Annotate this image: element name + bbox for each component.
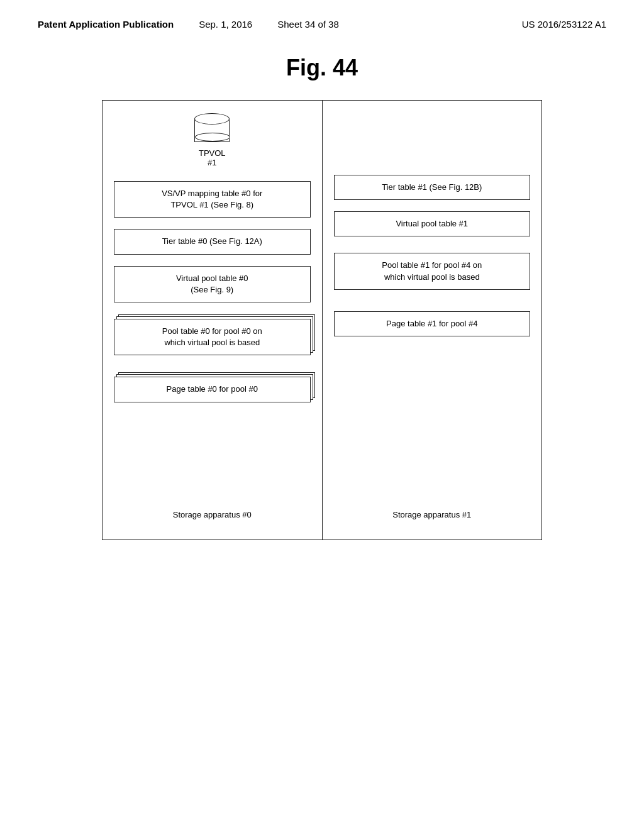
left-column: TPVOL #1 VS/VP mapping table #0 for TPVO… xyxy=(103,101,323,540)
tier-table-1-box: Tier table #1 (See Fig. 12B) xyxy=(334,175,531,200)
figure-title: Fig. 44 xyxy=(0,55,644,81)
virtual-pool-table-1-box: Virtual pool table #1 xyxy=(334,211,531,236)
pool-table-front: Pool table #0 for pool #0 on which virtu… xyxy=(114,319,311,355)
publication-label: Patent Application Publication xyxy=(38,19,174,30)
patent-number: US 2016/253122 A1 xyxy=(522,19,606,30)
page-table-stacked: Page table #0 for pool #0 xyxy=(114,377,311,402)
tpvol-cylinder xyxy=(194,113,230,147)
right-column: Tier table #1 (See Fig. 12B) Virtual poo… xyxy=(323,101,542,540)
vsvp-mapping-box: VS/VP mapping table #0 for TPVOL #1 (See… xyxy=(114,181,311,218)
tier-table-0-box: Tier table #0 (See Fig. 12A) xyxy=(114,229,311,254)
cylinder-bottom xyxy=(195,133,230,141)
tpvol-label: TPVOL #1 xyxy=(199,148,226,167)
pool-table-1-box: Pool table #1 for pool #4 on which virtu… xyxy=(334,253,531,289)
publication-date: Sep. 1, 2016 xyxy=(199,19,252,30)
left-footer-label: Storage apparatus #0 xyxy=(114,503,311,527)
right-footer-label: Storage apparatus #1 xyxy=(334,503,531,527)
tpvol-container: TPVOL #1 xyxy=(194,113,230,167)
pool-table-stacked: Pool table #0 for pool #0 on which virtu… xyxy=(114,319,311,355)
page-header: Patent Application Publication Sep. 1, 2… xyxy=(0,0,644,36)
diagram-container: TPVOL #1 VS/VP mapping table #0 for TPVO… xyxy=(102,100,542,540)
cylinder-top xyxy=(194,113,230,124)
sheet-info: Sheet 34 of 38 xyxy=(277,19,339,30)
virtual-pool-table-0-box: Virtual pool table #0 (See Fig. 9) xyxy=(114,266,311,302)
page-table-front: Page table #0 for pool #0 xyxy=(114,377,311,402)
page-table-1-box: Page table #1 for pool #4 xyxy=(334,311,531,336)
